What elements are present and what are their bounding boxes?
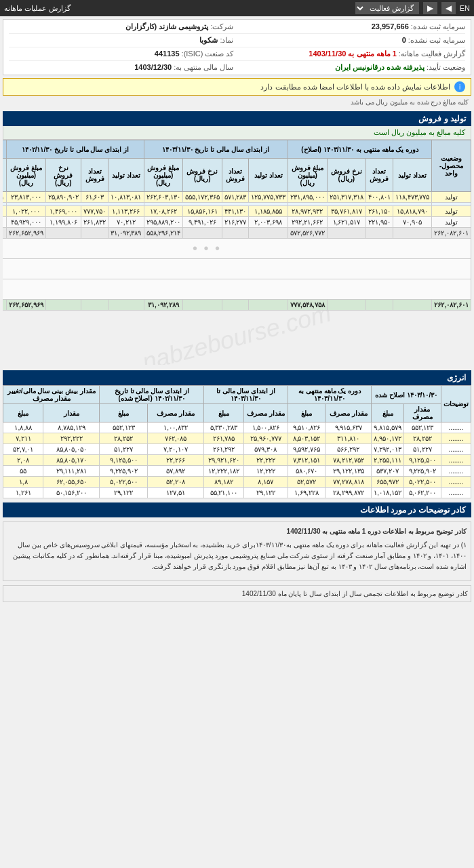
data-cell xyxy=(249,300,288,311)
production-sales-table-wrapper: وضعیت محصول-واحد دوره یک ماهه منتهی به ۱… xyxy=(3,140,471,311)
energy-val: ۸۵,۸۰۵,۱۷۰ xyxy=(43,455,100,466)
capital-label: سرمایه ثبت شده: xyxy=(409,22,465,31)
data-cell: ۲۵۱,۳۱۷,۳۱۸ xyxy=(327,192,366,203)
energy-val: ۲۹,۱۱۱,۲۸۱ xyxy=(43,466,100,477)
energy-val: ۶۵۵,۹۷۲ xyxy=(372,477,404,488)
energy-val: ۱,۸,۸۸ xyxy=(3,422,43,433)
energy-val: ۵,۰۲۲,۵۰۰ xyxy=(403,477,441,488)
notes-text-1: ۱) در تهیه این گزارش فعالیت ماهانه برای … xyxy=(7,540,467,572)
data-cell xyxy=(108,300,144,311)
sales-rate-1: نرخ فروش (ریال) xyxy=(327,159,366,192)
energy-val: ۱,۲۶۱ xyxy=(3,488,43,498)
energy-val: ۹,۲۲۵,۹۰۲ xyxy=(100,466,148,477)
energy-val: ۵۳۷,۲۰۷ xyxy=(372,466,404,477)
data-cell: ۱۲۹,۹۲۳,۹۴۱ xyxy=(3,192,7,203)
data-cell: ۲۵,۸۹۰,۹۰۲ xyxy=(45,192,81,203)
data-cell xyxy=(327,300,366,311)
data-cell: ۱۰,۸۱۳,۰۸۱ xyxy=(108,192,144,203)
table-row-empty: • • • xyxy=(3,239,471,259)
prod-count-2: تعداد تولید xyxy=(249,159,288,192)
energy-val: ۵۲,۲۰۸ xyxy=(148,477,204,488)
nav-next-button[interactable]: ▶ xyxy=(423,2,437,14)
period-header: دوره یک ماهه منتهی به ۱۴۰۳/۱۱/۳۰ (اصلاح) xyxy=(288,140,431,159)
energy-val: ۱,۵۰۰,۸۲۶ xyxy=(243,422,288,433)
data-cell: ۴۵,۹۲۹,۰۰۰ xyxy=(7,217,46,228)
status-cell: تولید xyxy=(432,192,471,203)
data-cell: ۳۵,۷۶۱,۸۱۷ xyxy=(327,206,366,217)
energy-val: ۸,۵۰۳,۱۵۲ xyxy=(288,433,325,444)
energy-val: ۸,۷۸۵,۱۲۹ xyxy=(43,422,100,433)
data-cell xyxy=(3,228,7,239)
energy-val: ۱,۰۰,۸۳۲ xyxy=(148,422,204,433)
data-cell: ۱,۱۸۵,۸۵۵ xyxy=(249,206,288,217)
energy-val: ۷۷,۲۷۸,۸۱۸ xyxy=(325,477,372,488)
notes-text-2: کادر توضیع مربوط به اطلاعات تجمعی سال از… xyxy=(6,589,468,599)
energy-prev-header: ۱۴۰۳/۱۰/۳۰ اصلاح شده xyxy=(372,386,441,404)
energy-val: ۵۵,۲۱,۱۰۰ xyxy=(204,488,244,498)
subtotal-row: ۲۶۲,۰۸۲,۶۰۱ ۵۷۲,۵۲۶,۷۷۲ ۵۵۸,۲۹۶,۲۱۴ ۳۱,۰… xyxy=(3,228,471,239)
data-cell: ۶۱,۶۰۳ xyxy=(81,192,108,203)
data-cell: ۵۷۲,۵۲۶,۷۷۲ xyxy=(288,228,327,239)
energy-val: ۲۶۱,۷۸۵ xyxy=(204,433,244,444)
energy-desc-header: توضیحات xyxy=(441,386,471,422)
watermark-container: nabzebourse.com xyxy=(0,311,474,365)
notes-bottom: کادر توضیع مربوط به اطلاعات تجمعی سال از… xyxy=(3,585,471,602)
lang-label: EN xyxy=(460,4,470,12)
data-cell: ۲,۰۰۳,۶۹۸ xyxy=(249,217,288,228)
energy-row: ........ ۵,۰۶۲,۲۰۰ ۱,۰۱۸,۱۵۲ ۲۸,۲۹۹,۸۷۲ … xyxy=(3,488,471,498)
alert-box: i اطلاعات نمایش داده شده با اطلاعات امضا… xyxy=(3,78,471,96)
status-cell: ۲۶۲,۰۸۲,۶۰۱ xyxy=(432,228,471,239)
energy-val: ۹,۱۲۵,۵۰۰ xyxy=(100,455,148,466)
status-cell: تولید xyxy=(432,217,471,228)
data-cell xyxy=(222,300,249,311)
nav-prev-button[interactable]: ◀ xyxy=(441,2,456,14)
energy-val: ۵۰,۱۵۶,۲۰۰ xyxy=(43,488,100,498)
energy-row: ........ ۹,۱۲۵,۵۰۰ ۲,۲۵۵,۱۱۱ ۷۸,۲۱۲,۷۵۲ … xyxy=(3,455,471,466)
alert-text: اطلاعات نمایش داده شده با اطلاعات امضا ش… xyxy=(260,83,450,92)
energy-val: ۱۲۷,۵۱ xyxy=(148,488,204,498)
energy-val: ۱۲,۲۲۲,۱۸۲ xyxy=(204,466,244,477)
energy-val: ۹,۵۱۰,۸۲۶ xyxy=(288,422,325,433)
energy-row: ........ ۵۵۲,۱۲۳ ۹,۸۱۵,۵۷۹ ۹,۹۱۵,۶۳۷ ۹,۵… xyxy=(3,422,471,433)
energy-val: ۵۲,۷,۰۱ xyxy=(3,444,43,455)
total-label: ۲۶۲,۰۸۲,۶۰۱ xyxy=(432,300,471,311)
sales-amount-3: مبلغ فروش (میلیون ریال) xyxy=(7,159,46,192)
data-cell: ۷۰,۹۰۵ xyxy=(393,217,432,228)
data-cell xyxy=(366,300,393,311)
data-cell xyxy=(45,300,81,311)
energy-price-2: مبلغ xyxy=(288,404,325,422)
energy-val: ۷,۳۱۲,۱۵۱ xyxy=(288,455,325,466)
energy-table-wrapper: توضیحات ۱۴۰۳/۱۰/۳۰ اصلاح شده دوره یک ماه… xyxy=(3,385,471,498)
energy-desc: ........ xyxy=(441,422,471,433)
report-type-select[interactable]: گزارش فعالیت xyxy=(355,2,419,14)
energy-val: ۵۵۲,۱۲۳ xyxy=(403,422,441,433)
table-row: تولید ۱۵,۸۱۸,۷۹۰ ۲۶۱,۱۵۰ ۳۵,۷۶۱,۸۱۷ ۲۸,۹… xyxy=(3,206,471,217)
energy-forecast-header: مقدار بیش بینی سال مالی/تغییر مقدار مصرف xyxy=(3,386,100,404)
data-cell: ۲۶۲,۶۰۳,۱۳۰ xyxy=(144,192,183,203)
energy-price-3: مبلغ xyxy=(204,404,244,422)
production-sales-subheader: کلیه مبالغ به میلیون ریال است xyxy=(3,126,471,140)
data-cell: ۱,۱۱۳,۲۶۶ xyxy=(108,206,144,217)
energy-val: ۶۲,۰۵۵,۶۵۰ xyxy=(43,477,100,488)
energy-val: ۱,۰۱۸,۱۵۲ xyxy=(372,488,404,498)
sales-rate-3: نرخ فروش (ریال) xyxy=(45,159,81,192)
data-cell xyxy=(81,300,108,311)
energy-val: ۲۹,۱۲۲ xyxy=(243,488,288,498)
data-cell xyxy=(393,228,432,239)
data-cell: ۳۱,۰۹۲,۳۸۹ xyxy=(108,228,144,239)
energy-val: ۲,۰۸ xyxy=(3,455,43,466)
notes-title: کادر توضیحات در مورد اطلاعات xyxy=(3,502,471,517)
fiscal-year-value: 1403/12/30 xyxy=(134,63,172,71)
production-sales-table: وضعیت محصول-واحد دوره یک ماهه منتهی به ۱… xyxy=(3,140,471,311)
data-cell: ۲۳,۸۱۳,۰۰۰ xyxy=(7,192,46,203)
data-cell: ۲۹۵,۸۸۹,۲۰۰ xyxy=(144,217,183,228)
energy-val: ۵۵۲,۱۲۳ xyxy=(100,422,148,433)
isic-value: 441135 xyxy=(155,50,180,58)
energy-val: ۸,۱۵۷ xyxy=(243,477,288,488)
company-name: پتروشیمی شازند (کارگزاران xyxy=(125,22,209,31)
energy-val: ۲۲,۲۶۶ xyxy=(148,455,204,466)
energy-desc: ........ xyxy=(441,444,471,455)
data-cell xyxy=(183,300,222,311)
energy-val: ۷,۲۹۲,۰۱۳ xyxy=(372,444,404,455)
ytd-current-header: از ابتدای سال مالی تا ۱۴۰۲/۱۱/۳۰ xyxy=(3,140,7,159)
